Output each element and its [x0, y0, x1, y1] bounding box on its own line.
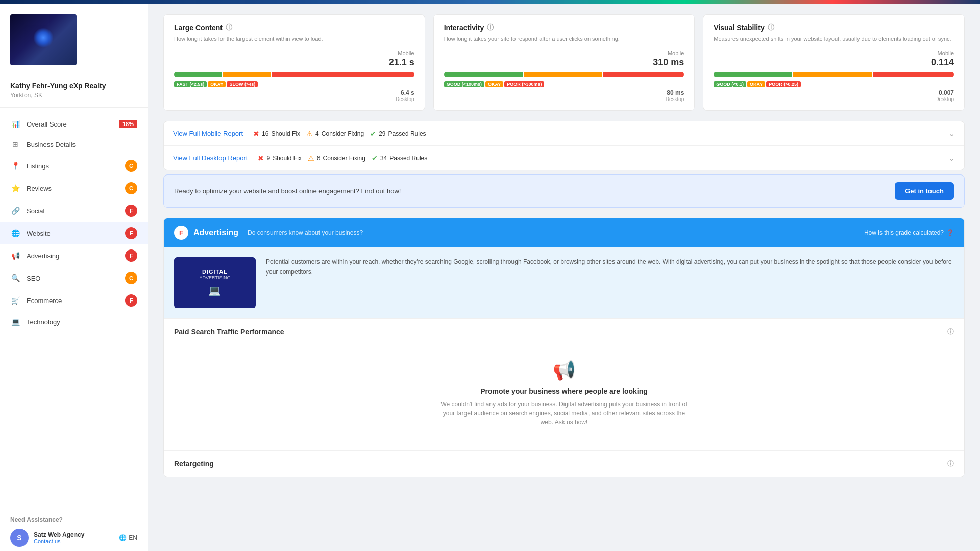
- info-icon-large-content[interactable]: ⓘ: [226, 23, 232, 32]
- metric-card-visual-stability: Visual Stability ⓘ Measures unexpected s…: [703, 14, 965, 111]
- empty-state-title: Promote your business where people are l…: [184, 387, 944, 395]
- sidebar-item-label-technology: Technology: [27, 318, 137, 326]
- language-button[interactable]: 🌐 EN: [119, 534, 137, 541]
- consider-fix-icon-mobile: ⚠: [306, 130, 313, 138]
- mobile-passed-label: Passed Rules: [388, 130, 426, 137]
- desktop-label-vs: Desktop: [714, 96, 954, 102]
- desktop-report-expand[interactable]: ⌄: [948, 153, 955, 163]
- desktop-consider-fix-label: Consider Fixing: [323, 155, 365, 162]
- seg-good-int: [444, 72, 523, 77]
- agency-name: Satz Web Agency: [34, 531, 84, 538]
- desktop-value-vs: 0.007: [714, 89, 954, 96]
- advertising-body-text: Potential customers are within your reac…: [266, 257, 954, 308]
- mobile-passed-count: 29: [379, 130, 385, 137]
- seg-okay-vs: [793, 72, 872, 77]
- sidebar-item-label-seo: SEO: [27, 274, 125, 282]
- label-poor-int: POOR (>300ms): [504, 81, 544, 87]
- info-icon-interactivity[interactable]: ⓘ: [487, 23, 494, 32]
- sidebar-badge-reviews: C: [125, 182, 137, 194]
- sidebar-item-advertising[interactable]: 📢AdvertisingF: [0, 244, 148, 267]
- mobile-value-lc: 21.1 s: [174, 57, 414, 68]
- advertising-icon: 📢: [10, 251, 20, 261]
- agency-info: S Satz Web Agency Contact us: [10, 529, 84, 547]
- agency-contact-link[interactable]: Contact us: [34, 538, 84, 544]
- desktop-val-lc: 6.4 s: [401, 89, 414, 96]
- desktop-report-row[interactable]: View Full Desktop Report ✖ 9 Should Fix …: [164, 145, 964, 170]
- paid-search-empty-state: 📢 Promote your business where people are…: [174, 344, 954, 442]
- metric-title-text-vs: Visual Stability: [714, 23, 764, 32]
- sidebar-item-ecommerce[interactable]: 🛒EcommerceF: [0, 289, 148, 312]
- metric-title-vs: Visual Stability ⓘ: [714, 23, 954, 32]
- seg-poor-int: [603, 72, 684, 77]
- progress-bar-lc: [174, 72, 414, 77]
- sidebar-item-website[interactable]: 🌐WebsiteF: [0, 222, 148, 244]
- seg-fast-lc: [174, 72, 222, 77]
- cta-button[interactable]: Get in touch: [895, 182, 954, 200]
- sidebar-nav: 📊Overall Score18%⊞Business Details📍Listi…: [0, 112, 148, 508]
- desktop-should-fix-label: Should Fix: [273, 155, 302, 162]
- advertising-body: DIGITAL ADVERTISING 💻 Potential customer…: [164, 247, 964, 318]
- advertising-grade-question[interactable]: How is this grade calculated? ❓: [864, 229, 954, 236]
- paid-search-title-row: Paid Search Traffic Performance ⓘ: [174, 327, 954, 336]
- desktop-label-lc: Desktop: [174, 96, 414, 102]
- desktop-report-link[interactable]: View Full Desktop Report: [173, 154, 248, 162]
- passed-icon-mobile: ✔: [370, 130, 376, 138]
- consider-fix-icon-desktop: ⚠: [308, 154, 314, 162]
- desktop-value-int: 80 ms: [444, 89, 684, 96]
- ad-image-icon: 💻: [200, 284, 231, 296]
- metrics-row: Large Content ⓘ How long it takes for th…: [163, 14, 965, 111]
- sidebar-item-reviews[interactable]: ⭐ReviewsC: [0, 177, 148, 199]
- sidebar-badge-advertising: F: [125, 249, 137, 262]
- question-icon: ❓: [946, 229, 954, 236]
- sidebar-item-seo[interactable]: 🔍SEOC: [0, 267, 148, 289]
- label-okay-int: OKAY: [485, 81, 503, 87]
- need-assistance-title: Need Assistance?: [10, 516, 137, 523]
- retargeting-info-icon[interactable]: ⓘ: [947, 459, 954, 468]
- sidebar-item-social[interactable]: 🔗SocialF: [0, 199, 148, 222]
- mobile-passed: ✔ 29 Passed Rules: [370, 130, 426, 138]
- metric-title-interactivity: Interactivity ⓘ: [444, 23, 684, 32]
- metric-title-text-int: Interactivity: [444, 23, 484, 32]
- sidebar-item-label-website: Website: [27, 230, 125, 237]
- mobile-value-int: 310 ms: [444, 57, 684, 68]
- retargeting-row[interactable]: Retargeting ⓘ: [164, 450, 964, 477]
- mobile-report-row[interactable]: View Full Mobile Report ✖ 16 Should Fix …: [164, 121, 964, 145]
- desktop-passed-label: Passed Rules: [389, 155, 427, 162]
- progress-labels-int: GOOD (<100ms) OKAY POOR (>300ms): [444, 81, 684, 87]
- sidebar-item-label-ecommerce: Ecommerce: [27, 297, 125, 305]
- metric-desc-large-content: How long it takes for the largest elemen…: [174, 35, 414, 43]
- desktop-val-int: 80 ms: [667, 89, 684, 96]
- sidebar-item-listings[interactable]: 📍ListingsC: [0, 155, 148, 177]
- mobile-report-expand[interactable]: ⌄: [948, 129, 955, 138]
- agency-details: Satz Web Agency Contact us: [34, 531, 84, 544]
- paid-search-info-icon[interactable]: ⓘ: [947, 327, 954, 336]
- seg-poor-vs: [873, 72, 954, 77]
- metric-desc-interactivity: How long it takes your site to respond a…: [444, 35, 684, 43]
- mobile-value-vs: 0.114: [714, 57, 954, 68]
- cta-text: Ready to optimize your website and boost…: [174, 187, 895, 195]
- sidebar-badge-seo: C: [125, 272, 137, 284]
- sidebar-item-label-reviews: Reviews: [27, 185, 125, 192]
- sidebar-badge-website: F: [125, 227, 137, 239]
- technology-icon: 💻: [10, 317, 20, 327]
- mobile-should-fix-count: 16: [262, 130, 268, 137]
- sidebar-badge-overall-score: 18%: [119, 120, 137, 128]
- label-poor-vs: POOR (>0.25): [766, 81, 801, 87]
- sidebar: Kathy Fehr-Yung eXp Realty Yorkton, SK 📊…: [0, 4, 148, 551]
- sidebar-item-overall-score[interactable]: 📊Overall Score18%: [0, 114, 148, 134]
- sidebar-item-label-listings: Listings: [27, 162, 125, 170]
- label-good-int: GOOD (<100ms): [444, 81, 484, 87]
- sidebar-item-technology[interactable]: 💻Technology: [0, 312, 148, 332]
- sidebar-item-business-details[interactable]: ⊞Business Details: [0, 134, 148, 155]
- mobile-consider-fix: ⚠ 4 Consider Fixing: [306, 130, 364, 138]
- app-container: Kathy Fehr-Yung eXp Realty Yorkton, SK 📊…: [0, 4, 980, 551]
- mobile-should-fix: ✖ 16 Should Fix: [253, 130, 300, 138]
- mobile-report-link[interactable]: View Full Mobile Report: [173, 130, 243, 137]
- seg-slow-lc: [272, 72, 414, 77]
- business-name: Kathy Fehr-Yung eXp Realty: [0, 76, 148, 92]
- paid-search-title: Paid Search Traffic Performance: [174, 328, 284, 336]
- desktop-should-fix: ✖ 9 Should Fix: [258, 154, 301, 162]
- agency-row: S Satz Web Agency Contact us 🌐 EN: [10, 529, 137, 547]
- info-icon-vs[interactable]: ⓘ: [768, 23, 774, 32]
- cta-banner: Ready to optimize your website and boost…: [163, 174, 965, 208]
